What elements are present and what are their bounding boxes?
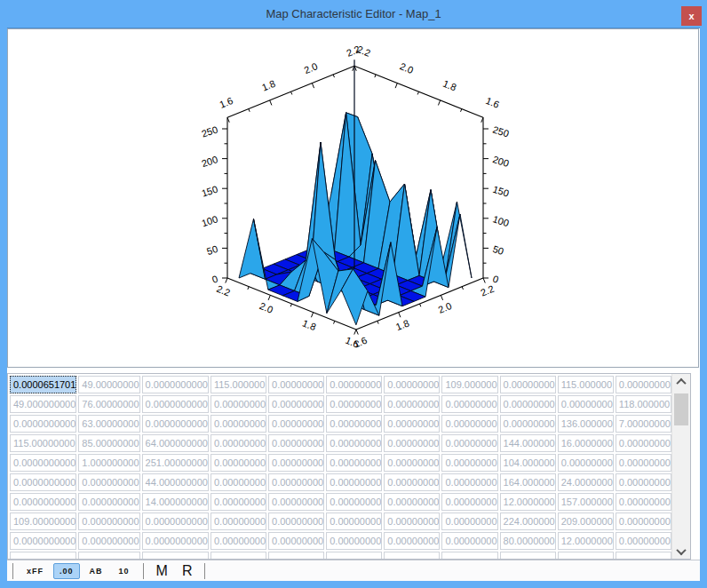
scroll-down-button[interactable] — [672, 544, 690, 559]
grid-cell[interactable]: 0.00000000 — [616, 473, 671, 491]
grid-cell[interactable]: 49.000000000 — [10, 395, 76, 413]
decimal-format-button[interactable]: .00 — [53, 563, 80, 579]
grid-cell[interactable]: 0.00000000 — [558, 395, 614, 413]
grid-cell[interactable]: 0.00000000 — [441, 415, 497, 433]
grid-cell[interactable]: 0.00000000 — [500, 415, 556, 433]
grid-cell[interactable]: 0.00000000 — [384, 415, 440, 433]
grid-cell[interactable]: 0.0000000000 — [142, 395, 209, 413]
grid-cell[interactable]: 0.00000000 — [384, 434, 440, 452]
grid-cell[interactable] — [326, 552, 382, 560]
grid-cell[interactable]: 80.0000000 — [500, 532, 556, 550]
grid-cell[interactable]: 0.00000000 — [268, 376, 324, 393]
grid-cell[interactable]: 115.000000 — [558, 376, 614, 393]
grid-cell[interactable]: 49.00000000 — [78, 376, 139, 393]
grid-cell[interactable]: 115.00000000 — [10, 434, 76, 452]
grid-cell[interactable]: 115.000000 — [211, 376, 266, 393]
grid-cell[interactable]: 0.00000000 — [384, 493, 440, 511]
grid-cell[interactable]: 144.000000 — [500, 434, 556, 452]
grid-cell[interactable]: 0.00000000 — [384, 454, 440, 472]
grid-cell[interactable] — [500, 552, 556, 560]
grid-cell[interactable]: 0.00000000 — [211, 513, 266, 530]
grid-cell[interactable]: 0.00000000 — [384, 376, 440, 393]
grid-cell[interactable] — [558, 552, 614, 560]
grid-cell[interactable]: 0.00000000 — [268, 415, 324, 433]
grid-cell[interactable]: 104.000000 — [500, 454, 556, 472]
grid-cell[interactable]: 0.00000000 — [211, 415, 266, 433]
grid-cell[interactable]: 251.00000000 — [142, 454, 209, 472]
grid-cell[interactable]: 85.00000000 — [78, 434, 139, 452]
grid-cell[interactable]: 0.00000000 — [384, 532, 440, 550]
grid-cell[interactable]: 0.0000000000 — [142, 532, 209, 550]
grid-cell[interactable]: 0.00000000 — [211, 473, 266, 491]
grid-cell[interactable]: 136.000000 — [558, 415, 614, 433]
grid-cell[interactable] — [78, 552, 139, 560]
grid-cell[interactable]: 0.00000000 — [326, 532, 382, 550]
grid-cell[interactable]: 224.000000 — [500, 513, 556, 530]
grid-cell[interactable]: 0.000000000 — [78, 493, 139, 511]
grid-cell[interactable]: 0.0000000000 — [10, 473, 76, 491]
grid-cell[interactable]: 0.00000000 — [326, 473, 382, 491]
grid-cell[interactable]: 164.000000 — [500, 473, 556, 491]
grid-cell[interactable]: 0.00000000 — [558, 454, 614, 472]
grid-cell[interactable]: 14.000000000 — [142, 493, 209, 511]
grid-cell[interactable]: 0.00000000 — [268, 395, 324, 413]
grid-cell[interactable]: 0.00000000 — [441, 395, 497, 413]
grid-cell[interactable]: 7.00000000 — [616, 415, 671, 433]
grid-cell[interactable]: 0.0000000000 — [142, 376, 209, 393]
grid-cell[interactable]: 0.00000000 — [441, 532, 497, 550]
grid-cell[interactable]: 0.00000000 — [384, 473, 440, 491]
grid-cell[interactable]: 0.00000000 — [211, 493, 266, 511]
grid-cell[interactable]: 0.00000000 — [211, 532, 266, 550]
grid-cell[interactable]: 0.0000000000 — [142, 415, 209, 433]
grid-cell[interactable]: 0.0000000000 — [10, 415, 76, 433]
grid-cell[interactable] — [142, 552, 209, 560]
grid-cell-selected[interactable]: 0.0000651701 — [10, 376, 76, 393]
grid-cell[interactable]: 0.00000000 — [268, 493, 324, 511]
m-button[interactable]: M — [151, 562, 173, 580]
grid-cell[interactable]: 63.00000000 — [78, 415, 139, 433]
base10-format-button[interactable]: 10 — [113, 563, 136, 579]
grid-cell[interactable]: 0.00000000 — [326, 493, 382, 511]
grid-cell[interactable]: 0.00000000 — [441, 493, 497, 511]
grid-cell[interactable]: 0.00000000 — [441, 513, 497, 530]
grid-cell[interactable]: 209.000000 — [558, 513, 614, 530]
grid-cell[interactable]: 12.0000000 — [500, 493, 556, 511]
grid-cell[interactable]: 0.00000000 — [441, 473, 497, 491]
hex-format-button[interactable]: xFF — [20, 563, 50, 579]
grid-cell[interactable]: 0.00000000 — [616, 532, 671, 550]
grid-cell[interactable]: 0.00000000 — [616, 434, 671, 452]
grid-cell[interactable]: 0.00000000 — [384, 513, 440, 530]
grid-cell[interactable]: 16.0000000 — [558, 434, 614, 452]
grid-cell[interactable]: 0.00000000 — [211, 434, 266, 452]
grid-cell[interactable]: 24.0000000 — [558, 473, 614, 491]
grid-cell[interactable]: 0.00000000 — [326, 415, 382, 433]
close-button[interactable]: x — [681, 6, 702, 26]
grid-cell[interactable]: 0.00000000 — [326, 454, 382, 472]
r-button[interactable]: R — [177, 562, 198, 580]
grid-cell[interactable]: 0.0000000000 — [10, 454, 76, 472]
grid-cell[interactable]: 0.00000000 — [616, 376, 671, 393]
grid-cell[interactable]: 0.00000000 — [326, 434, 382, 452]
grid-cell[interactable]: 44.000000000 — [142, 473, 209, 491]
grid-cell[interactable]: 1.000000000 — [78, 454, 139, 472]
scroll-up-button[interactable] — [672, 374, 690, 389]
vertical-scrollbar[interactable] — [671, 374, 690, 559]
grid-cell[interactable]: 0.0000000000 — [10, 493, 76, 511]
grid-cell[interactable]: 157.000000 — [558, 493, 614, 511]
grid-cell[interactable]: 0.000000000 — [78, 473, 139, 491]
grid-cell[interactable]: 0.00000000 — [441, 434, 497, 452]
grid-cell[interactable]: 0.00000000 — [616, 513, 671, 530]
grid-cell[interactable] — [10, 552, 76, 560]
grid-cell[interactable]: 0.00000000 — [211, 454, 266, 472]
grid-cell[interactable]: 76.00000000 — [78, 395, 139, 413]
grid-cell[interactable]: 0.00000000 — [500, 395, 556, 413]
grid-cell[interactable]: 0.00000000 — [268, 513, 324, 530]
grid-cell[interactable] — [211, 552, 266, 560]
grid-cell[interactable]: 0.00000000 — [500, 376, 556, 393]
grid-cell[interactable]: 0.00000000 — [616, 454, 671, 472]
grid-cell[interactable] — [268, 552, 324, 560]
grid-cell[interactable]: 0.00000000 — [326, 513, 382, 530]
grid-cell[interactable]: 0.0000000000 — [10, 532, 76, 550]
grid-cell[interactable]: 64.000000000 — [142, 434, 209, 452]
grid-cell[interactable]: 0.00000000 — [268, 454, 324, 472]
